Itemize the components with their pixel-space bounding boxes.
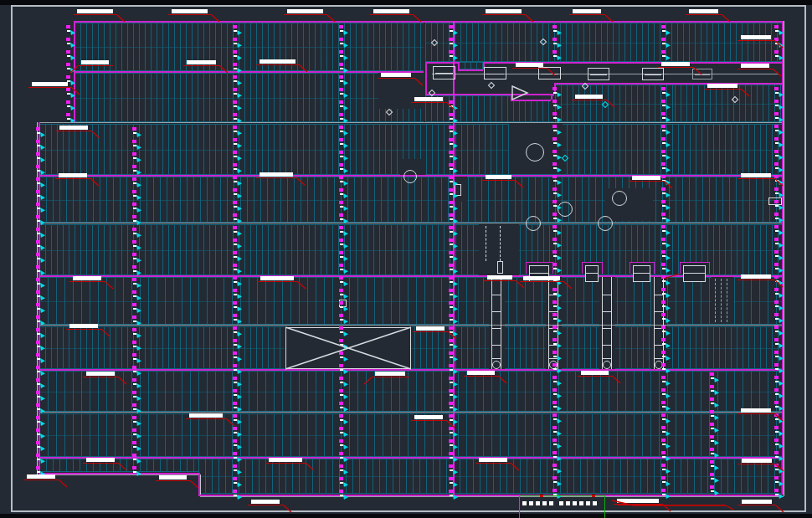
grid-symbol-cluster	[774, 300, 784, 310]
tag-tick-icon	[133, 170, 136, 172]
tag-square-icon	[661, 150, 666, 153]
tag-tick-icon	[775, 481, 779, 483]
sprinkler-arrow-icon	[714, 478, 719, 483]
tag-square-icon	[552, 401, 557, 404]
grid-symbol-cluster	[233, 238, 242, 249]
sprinkler-arrow-icon	[343, 131, 348, 136]
tag-square-icon	[710, 448, 714, 451]
grid-symbol-cluster	[36, 378, 45, 388]
sprinkler-arrow-icon	[666, 444, 671, 449]
tag-tick-icon	[37, 157, 40, 159]
dimension-label-rule	[658, 67, 694, 68]
sprinkler-arrow-icon	[666, 230, 671, 235]
sprinkler-arrow-icon	[343, 356, 348, 362]
grid-symbol-cluster	[132, 353, 141, 363]
sprinkler-arrow-icon	[343, 156, 348, 161]
sprinkler-arrow-icon	[237, 444, 242, 449]
grid-symbol-cluster	[233, 389, 242, 399]
tag-square-icon	[36, 240, 40, 244]
tag-square-icon	[449, 477, 453, 480]
sprinkler-arrow-icon	[453, 206, 458, 211]
grid-symbol-cluster	[661, 150, 671, 160]
grid-symbol-cluster	[661, 225, 671, 235]
tag-square-icon	[774, 300, 779, 304]
tag-tick-icon	[450, 206, 453, 208]
sprinkler-arrow-icon	[666, 167, 671, 172]
dimension-label-bar	[707, 84, 737, 88]
tag-square-icon	[36, 466, 40, 469]
grid-symbol-cluster	[774, 464, 784, 474]
tag-tick-icon	[67, 105, 70, 107]
dimension-label-bar	[69, 324, 98, 328]
tag-tick-icon	[662, 117, 666, 119]
tag-square-icon	[132, 140, 136, 143]
tag-square-icon	[36, 366, 40, 369]
tag-tick-icon	[340, 206, 343, 208]
grid-symbol-cluster	[774, 401, 784, 411]
dimension-label-rule	[686, 14, 722, 15]
dimension-label-bar	[32, 82, 68, 86]
tag-square-icon	[552, 476, 557, 480]
sprinkler-arrow-icon	[40, 371, 45, 376]
sprinkler-arrow-icon	[70, 55, 75, 60]
tag-tick-icon	[775, 30, 779, 32]
grid-symbol-cluster	[339, 377, 348, 387]
sprinkler-arrow-icon	[453, 495, 458, 500]
sprinkler-arrow-icon	[70, 118, 75, 123]
tag-square-icon	[449, 289, 453, 292]
cad-viewport[interactable]	[0, 0, 812, 518]
tag-square-icon	[552, 238, 557, 241]
sprinkler-arrow-icon	[779, 381, 784, 386]
sprinkler-arrow-icon	[343, 231, 348, 236]
tag-square-icon	[449, 176, 453, 179]
tag-square-icon	[774, 187, 779, 191]
tag-square-icon	[36, 416, 40, 419]
sprinkler-arrow-icon	[666, 105, 671, 110]
sprinkler-arrow-icon	[453, 181, 458, 186]
tag-tick-icon	[450, 156, 453, 157]
grid-symbol-cluster	[66, 25, 75, 35]
grid-symbol-cluster	[552, 426, 562, 436]
equipment-box	[683, 265, 706, 282]
tag-square-icon	[233, 301, 237, 305]
cad-canvas[interactable]	[0, 0, 812, 518]
tag-square-icon	[339, 326, 343, 330]
tag-tick-icon	[553, 469, 557, 470]
dimension-label-bar	[86, 458, 115, 462]
dimension-label-rule	[629, 181, 665, 182]
tag-tick-icon	[450, 294, 453, 295]
tag-tick-icon	[553, 117, 557, 119]
tag-tick-icon	[775, 393, 779, 395]
corridor-fixture-box-line	[695, 74, 710, 75]
tag-square-icon	[233, 452, 237, 455]
tag-tick-icon	[662, 444, 666, 445]
tag-tick-icon	[340, 306, 343, 308]
zone-boundary-h	[511, 100, 551, 101]
sprinkler-arrow-icon	[557, 406, 562, 411]
sprinkler-arrow-icon	[453, 231, 458, 236]
sprinkler-arrow-icon	[779, 418, 784, 423]
sprinkler-arrow-icon	[40, 132, 45, 137]
tag-tick-icon	[340, 269, 343, 270]
gray-line-h	[39, 223, 782, 223]
sprinkler-arrow-icon	[779, 343, 784, 348]
grid-symbol-cluster	[36, 303, 45, 313]
sprinkler-arrow-icon	[557, 418, 562, 423]
tag-square-icon	[36, 190, 40, 193]
grid-symbol-cluster	[774, 426, 784, 436]
tag-tick-icon	[662, 30, 666, 32]
sprinkler-arrow-icon	[453, 143, 458, 148]
grid-symbol-cluster	[552, 50, 562, 60]
ladder-rung	[491, 345, 501, 346]
tag-square-icon	[774, 439, 779, 442]
tag-tick-icon	[553, 142, 557, 144]
sprinkler-arrow-icon	[343, 444, 348, 449]
sprinkler-arrow-icon	[40, 358, 45, 363]
sprinkler-arrow-icon	[453, 118, 458, 123]
tag-square-icon	[132, 177, 136, 181]
tag-square-icon	[710, 485, 714, 489]
tag-tick-icon	[775, 331, 779, 332]
sprinkler-arrow-icon	[453, 419, 458, 424]
sprinkler-arrow-icon	[557, 243, 562, 248]
tag-tick-icon	[340, 319, 343, 321]
